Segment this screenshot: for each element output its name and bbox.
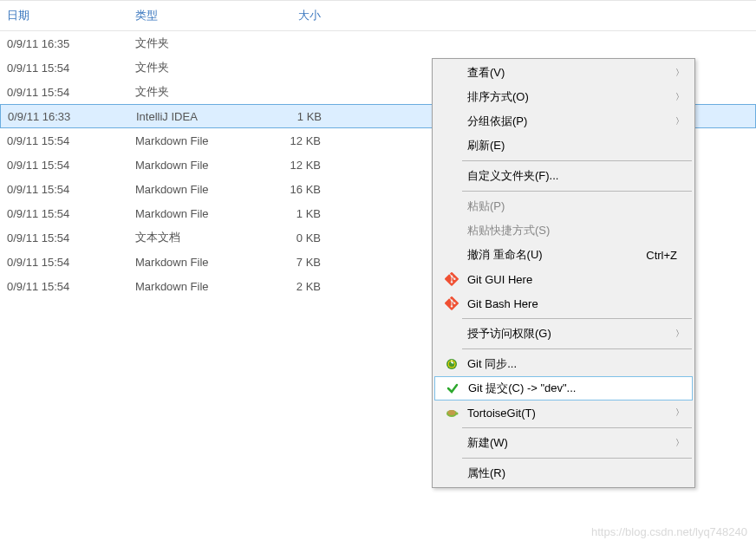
cell-date: 0/9/11 15:54 <box>0 256 128 269</box>
cell-type: Markdown File <box>128 280 258 293</box>
menu-customize-folder[interactable]: 自定义文件夹(F)... <box>434 164 693 188</box>
cell-type: Markdown File <box>128 256 258 269</box>
menu-paste: 粘贴(P) <box>434 194 693 218</box>
cell-date: 0/9/11 15:54 <box>0 134 128 147</box>
menu-view[interactable]: 查看(V) 〉 <box>434 61 693 85</box>
menu-group[interactable]: 分组依据(P) 〉 <box>434 109 693 133</box>
chevron-right-icon: 〉 <box>675 67 684 79</box>
menu-grant-access[interactable]: 授予访问权限(G) 〉 <box>434 322 693 346</box>
cell-date: 0/9/11 16:33 <box>1 110 129 123</box>
cell-type: Markdown File <box>128 207 258 220</box>
menu-properties[interactable]: 属性(R) <box>434 461 693 485</box>
menu-git-gui[interactable]: Git GUI Here <box>434 267 693 291</box>
watermark: https://blog.csdn.net/lyq748240 <box>591 525 747 538</box>
menu-sort[interactable]: 排序方式(O) 〉 <box>434 85 693 109</box>
menu-separator <box>462 427 692 428</box>
cell-size: 1 KB <box>259 110 329 123</box>
cell-date: 0/9/11 15:54 <box>0 62 128 75</box>
cell-date: 0/9/11 15:54 <box>0 280 128 293</box>
cell-size: 7 KB <box>258 256 328 269</box>
menu-separator <box>462 318 692 319</box>
chevron-right-icon: 〉 <box>675 407 684 419</box>
menu-tortoisegit[interactable]: TortoiseGit(T) 〉 <box>434 400 693 425</box>
git-icon <box>441 296 462 310</box>
cell-type: Markdown File <box>128 134 258 147</box>
menu-separator <box>462 348 692 349</box>
table-row[interactable]: 0/9/11 16:35文件夹 <box>0 31 756 55</box>
svg-point-2 <box>448 410 456 415</box>
shortcut-label: Ctrl+Z <box>646 249 686 262</box>
cell-type: 文件夹 <box>128 84 258 100</box>
menu-separator <box>462 191 692 192</box>
chevron-right-icon: 〉 <box>675 328 684 340</box>
cell-size: 12 KB <box>258 159 328 172</box>
chevron-right-icon: 〉 <box>675 437 684 449</box>
cell-type: 文件夹 <box>128 36 258 51</box>
chevron-right-icon: 〉 <box>675 91 684 103</box>
menu-paste-shortcut: 粘贴快捷方式(S) <box>434 218 693 243</box>
tortoise-commit-icon <box>442 381 463 395</box>
cell-date: 0/9/11 15:54 <box>0 86 128 99</box>
column-headers: 日期 类型 大小 <box>0 0 756 31</box>
menu-refresh[interactable]: 刷新(E) <box>434 133 693 158</box>
cell-date: 0/9/11 15:54 <box>0 183 128 196</box>
cell-size: 12 KB <box>258 134 328 147</box>
cell-size: 16 KB <box>258 183 328 196</box>
cell-date: 0/9/11 15:54 <box>0 159 128 172</box>
header-size[interactable]: 大小 <box>258 8 328 23</box>
menu-git-sync[interactable]: Git 同步... <box>434 352 693 376</box>
cell-size: 2 KB <box>258 280 328 293</box>
tortoise-icon <box>441 406 462 420</box>
cell-type: Markdown File <box>128 159 258 172</box>
menu-separator <box>462 458 692 459</box>
menu-git-commit[interactable]: Git 提交(C) -> "dev"... <box>434 376 693 400</box>
cell-date: 0/9/11 16:35 <box>0 37 128 50</box>
cell-size: 1 KB <box>258 207 328 220</box>
context-menu: 查看(V) 〉 排序方式(O) 〉 分组依据(P) 〉 刷新(E) 自定义文件夹… <box>432 58 695 488</box>
chevron-right-icon: 〉 <box>675 115 684 127</box>
header-date[interactable]: 日期 <box>0 8 128 23</box>
cell-type: Markdown File <box>128 183 258 196</box>
cell-type: 文件夹 <box>128 60 258 75</box>
git-icon <box>441 272 462 286</box>
menu-undo[interactable]: 撤消 重命名(U) Ctrl+Z <box>434 243 693 267</box>
cell-date: 0/9/11 15:54 <box>0 207 128 220</box>
cell-size: 0 KB <box>258 231 328 244</box>
menu-git-bash[interactable]: Git Bash Here <box>434 291 693 316</box>
cell-type: IntelliJ IDEA <box>129 110 259 123</box>
menu-new[interactable]: 新建(W) 〉 <box>434 431 693 455</box>
cell-type: 文本文档 <box>128 230 258 245</box>
header-type[interactable]: 类型 <box>128 8 258 23</box>
svg-point-3 <box>456 413 459 415</box>
menu-separator <box>462 160 692 161</box>
tortoise-sync-icon <box>441 357 462 371</box>
cell-date: 0/9/11 15:54 <box>0 231 128 244</box>
